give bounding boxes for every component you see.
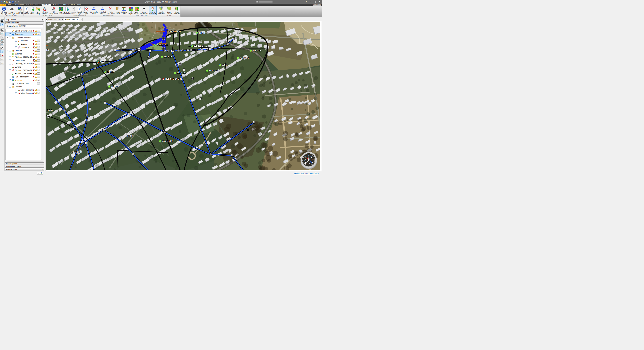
svg-text:Sub-11: Sub-11 — [199, 32, 205, 34]
svg-text:Sub-5-l: Sub-5-l — [111, 85, 118, 87]
svg-text:Sub-5-EX: Sub-5-EX — [164, 56, 172, 58]
svg-text:Sub-44-EX: Sub-44-EX — [240, 57, 250, 59]
svg-text:Sub-4-EX: Sub-4-EX — [253, 50, 261, 52]
svg-text:A: A — [2, 63, 2, 64]
svg-text:NMRD- hr- 24hr-SD: NMRD- hr- 24hr-SD — [165, 78, 182, 80]
svg-text:51-EX: 51-EX — [128, 135, 133, 137]
svg-text:Sub-107-EX: Sub-107-EX — [157, 44, 168, 46]
svg-text:Sub-106-EX: Sub-106-EX — [194, 45, 204, 47]
svg-text:Terminal Outfall: Terminal Outfall — [167, 30, 181, 32]
svg-text:Sub-2-: Sub-2- — [47, 109, 53, 111]
svg-text:Sub-4-EX: Sub-4-EX — [177, 72, 186, 74]
svg-text:Sub-7: Sub-7 — [222, 64, 227, 66]
svg-text:EX: EX — [46, 49, 49, 51]
svg-text:Sub-105-EX: Sub-105-EX — [162, 140, 173, 142]
svg-text:Su-9-EX: Su-9-EX — [107, 71, 114, 73]
svg-text:b-87-EX: b-87-EX — [100, 60, 107, 62]
svg-text:Sub-6-EX: Sub-6-EX — [72, 151, 81, 153]
svg-text:Sub-73-EX: Sub-73-EX — [209, 69, 218, 72]
svg-text:D: D — [2, 59, 2, 60]
